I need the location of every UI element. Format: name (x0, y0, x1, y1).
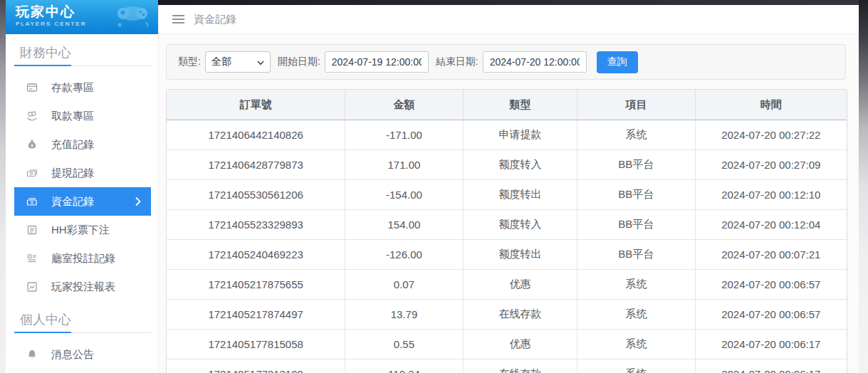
bet-report-icon (26, 280, 38, 293)
table-cell: 2024-07-20 00:12:10 (695, 180, 847, 210)
table-cell: 1721405217875655 (167, 270, 345, 300)
table-cell: 在线存款 (463, 359, 577, 373)
lottery-list-icon (26, 224, 38, 236)
table-row: 1721406428779873171.00额度转入BB平台2024-07-20… (167, 150, 847, 180)
menu-toggle-icon[interactable] (172, 15, 184, 23)
search-button[interactable]: 查詢 (597, 51, 638, 73)
deposit-card-icon (26, 81, 38, 94)
table-cell: 在线存款 (463, 300, 577, 330)
sidebar-header: 玩家中心 PLAYERS CENTER (6, 0, 158, 34)
page-title: 資金記錄 (194, 13, 236, 26)
table-header-row: 訂單號金額類型項目時間 (167, 90, 847, 120)
sidebar-item-bet-report[interactable]: 玩家投注報表 (14, 273, 151, 301)
sidebar-item-label: 資金記錄 (51, 195, 94, 209)
left-window-edge (0, 0, 6, 373)
sidebar-item-lottery-list[interactable]: HH彩票下注 (14, 216, 151, 244)
table-cell: 额度转出 (463, 240, 577, 270)
sidebar-item-label: 存款專區 (51, 81, 94, 95)
table-cell: 2024-07-20 00:27:22 (695, 120, 847, 150)
table-cell: 系统 (577, 120, 695, 150)
cash-out-icon (26, 167, 38, 179)
top-window-edge (158, 0, 868, 5)
gamepad-icon (114, 3, 151, 33)
sidebar-item-money-bag[interactable]: ¥充值記錄 (14, 130, 151, 159)
table-cell: 1721406442140826 (167, 120, 345, 150)
main-area: 資金記錄 類型: 全部 開始日期: 結束日期: 查詢 訂單號金額類型項目時間 1… (158, 0, 868, 373)
table-cell: 154.00 (345, 210, 463, 240)
table-cell: 2024-07-20 00:07:21 (695, 240, 847, 270)
table-cell: 系统 (577, 270, 695, 300)
sidebar-section: 個人中心 (14, 310, 151, 333)
table-row: 1721405530561206-154.00额度转出BB平台2024-07-2… (167, 180, 847, 210)
sidebar-item-funds-record[interactable]: 資金記錄 (14, 187, 151, 216)
sidebar-section: 財務中心 (14, 43, 151, 66)
sidebar-menu-group: 消息公告 (14, 340, 151, 373)
table-cell: 110.34 (345, 359, 463, 373)
column-header: 訂單號 (167, 90, 345, 120)
table-cell: 1721405530561206 (167, 180, 345, 210)
section-divider (14, 65, 151, 66)
table-cell: 2024-07-20 00:06:57 (695, 300, 847, 330)
table-cell: BB平台 (577, 150, 695, 180)
end-date-input[interactable] (483, 51, 587, 73)
sidebar-item-label: 消息公告 (51, 348, 94, 362)
column-header: 時間 (695, 90, 847, 120)
svg-text:¥: ¥ (31, 143, 33, 148)
table-row: 1721405177813100110.34在线存款系统2024-07-20 0… (167, 359, 847, 373)
end-date-label: 結束日期: (436, 56, 479, 68)
start-date-input[interactable] (325, 51, 429, 73)
bell-icon (26, 348, 38, 361)
table-cell: 13.79 (345, 300, 463, 330)
sidebar-item-withdraw-hand[interactable]: 取款專區 (14, 102, 151, 130)
table-row: 17214052178756550.07优惠系统2024-07-20 00:06… (167, 270, 847, 300)
table-cell: -126.00 (345, 240, 463, 270)
sidebar-item-label: 取款專區 (51, 110, 94, 123)
column-header: 金額 (345, 90, 463, 120)
table-cell: 2024-07-20 00:27:09 (695, 150, 847, 180)
table-cell: 2024-07-20 00:06:17 (695, 330, 847, 359)
chevron-down-icon (257, 56, 264, 68)
type-filter-label: 類型: (178, 56, 201, 68)
table-cell: 171.00 (345, 150, 463, 180)
filter-panel: 類型: 全部 開始日期: 結束日期: 查詢 (166, 44, 846, 80)
sidebar-item-bell[interactable]: 消息公告 (14, 340, 151, 369)
table-row: 1721405523329893154.00额度转入BB平台2024-07-20… (167, 210, 847, 240)
withdraw-hand-icon (26, 110, 38, 122)
table-cell: 1721405240469223 (167, 240, 345, 270)
section-label: 個人中心 (14, 310, 151, 329)
table-cell: 优惠 (463, 330, 577, 359)
table-cell: 2024-07-20 00:06:57 (695, 270, 847, 300)
table-cell: 2024-07-20 00:06:17 (695, 359, 847, 373)
table-cell: 1721405217874497 (167, 300, 345, 330)
type-select-value: 全部 (211, 56, 231, 68)
sidebar-menu-group: 存款專區取款專區¥充值記錄提現記錄資金記錄HH彩票下注廳室投註記錄玩家投注報表 (14, 73, 151, 301)
table-cell: BB平台 (577, 240, 695, 270)
table-cell: 1721405177813100 (167, 359, 345, 373)
table-cell: 额度转出 (463, 180, 577, 210)
table-cell: 系统 (577, 330, 695, 359)
money-bag-icon: ¥ (26, 138, 38, 151)
sidebar-menu: 財務中心存款專區取款專區¥充值記錄提現記錄資金記錄HH彩票下注廳室投註記錄玩家投… (6, 43, 158, 373)
hall-bet-record-icon (26, 252, 38, 265)
type-select[interactable]: 全部 (205, 51, 271, 73)
table-cell: 申请提款 (463, 120, 577, 150)
sidebar-item-label: 玩家投注報表 (51, 280, 115, 294)
sidebar-item-deposit-card[interactable]: 存款專區 (14, 73, 151, 102)
table-cell: BB平台 (577, 180, 695, 210)
sidebar-item-person[interactable] (14, 369, 151, 373)
table-cell: 1721406428779873 (167, 150, 345, 180)
sidebar-item-hall-bet-record[interactable]: 廳室投註記錄 (14, 244, 151, 273)
sidebar-item-label: 提現記錄 (51, 167, 94, 180)
table-cell: 2024-07-20 00:12:04 (695, 210, 847, 240)
section-divider (14, 332, 151, 333)
topbar: 資金記錄 (158, 5, 868, 34)
table-cell: 优惠 (463, 270, 577, 300)
sidebar-item-cash-out[interactable]: 提現記錄 (14, 159, 151, 187)
funds-table: 訂單號金額類型項目時間 1721406442140826-171.00申请提款系… (166, 89, 847, 373)
right-window-edge (859, 0, 868, 373)
table-cell: BB平台 (577, 210, 695, 240)
table-cell: 系统 (577, 359, 695, 373)
sidebar-item-label: 廳室投註記錄 (51, 252, 115, 266)
column-header: 類型 (463, 90, 577, 120)
table-cell: -171.00 (345, 120, 463, 150)
